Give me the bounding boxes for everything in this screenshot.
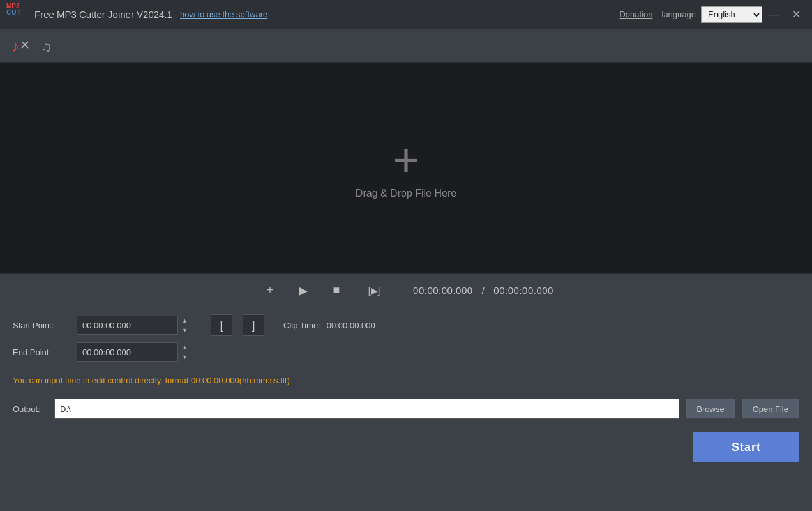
start-point-spin-up[interactable]: ▲ [178, 316, 192, 325]
end-point-row: End Point: ▲ ▼ [13, 342, 799, 362]
start-point-input[interactable] [77, 316, 192, 335]
language-label: language [662, 10, 696, 19]
donation-link[interactable]: Donation [619, 10, 652, 19]
close-button[interactable]: ✕ [786, 5, 806, 24]
app-logo: MP3 CUT [6, 3, 29, 26]
clip-time-label: Clip Time: [283, 321, 320, 330]
help-text: You can input time in edit control direc… [0, 373, 812, 392]
start-section: Start [0, 425, 812, 473]
stop-button[interactable]: ■ [325, 279, 348, 302]
stop-icon: ■ [333, 284, 340, 297]
browse-button[interactable]: Browse [686, 399, 735, 419]
total-time: 00:00:00.000 [493, 285, 553, 296]
playback-bar: + ▶ ■ [▶] 00:00:00.000 / 00:00:00.000 [0, 273, 812, 307]
clip-time-value: 00:00:00.000 [327, 321, 375, 330]
edit-section: Start Point: ▲ ▼ [ ] Clip Time: 00:00:00… [0, 307, 812, 373]
clip-play-icon: [▶] [368, 286, 380, 296]
svg-text:♪: ♪ [11, 38, 19, 55]
start-point-label: Start Point: [13, 321, 77, 330]
output-path-input[interactable] [54, 399, 679, 419]
add-icon: + [267, 284, 274, 297]
start-point-row: Start Point: ▲ ▼ [ ] Clip Time: 00:00:00… [13, 314, 799, 336]
time-display: 00:00:00.000 / 00:00:00.000 [413, 285, 553, 296]
current-time: 00:00:00.000 [413, 285, 473, 296]
drop-plus-icon: + [393, 137, 419, 183]
svg-text:♫: ♫ [41, 39, 52, 55]
set-start-bracket-button[interactable]: [ [211, 314, 232, 336]
bracket-controls: [ ] [211, 314, 264, 336]
joiner-music-icon: ♫ [40, 36, 59, 56]
end-point-spin-down[interactable]: ▼ [178, 352, 192, 362]
clip-play-button[interactable]: [▶] [358, 279, 390, 302]
start-point-spin-down[interactable]: ▼ [178, 325, 192, 335]
set-end-bracket-button[interactable]: ] [243, 314, 264, 336]
end-point-input-wrap: ▲ ▼ [77, 342, 192, 362]
app-title: Free MP3 Cutter Joiner V2024.1 [34, 9, 172, 20]
start-point-input-wrap: ▲ ▼ [77, 316, 192, 335]
toolbar: ♪ ♫ [0, 29, 812, 63]
minimize-button[interactable]: — [765, 5, 784, 24]
output-label: Output: [13, 404, 48, 414]
mp3-cutter-tab[interactable]: ♪ [6, 33, 33, 59]
time-separator: / [482, 285, 485, 296]
end-point-spinners: ▲ ▼ [177, 342, 192, 362]
mp3-joiner-tab[interactable]: ♫ [36, 33, 63, 59]
logo-cut: CUT [6, 10, 29, 16]
end-point-spin-up[interactable]: ▲ [178, 342, 192, 352]
end-point-label: End Point: [13, 347, 77, 357]
output-section: Output: Browse Open File [0, 392, 812, 425]
start-point-spinners: ▲ ▼ [177, 316, 192, 335]
clip-time-section: Clip Time: 00:00:00.000 [283, 321, 375, 330]
start-button[interactable]: Start [693, 432, 799, 462]
open-file-button[interactable]: Open File [742, 399, 799, 419]
how-to-link[interactable]: how to use the software [180, 10, 267, 19]
play-button[interactable]: ▶ [292, 279, 315, 302]
scissors-music-icon: ♪ [10, 36, 29, 56]
add-file-button[interactable]: + [259, 279, 282, 302]
drop-zone[interactable]: + Drag & Drop File Here [0, 63, 812, 273]
play-icon: ▶ [299, 284, 308, 298]
language-select[interactable]: English Chinese French [701, 6, 762, 23]
logo-mp3: MP3 [6, 3, 29, 10]
title-bar: MP3 CUT Free MP3 Cutter Joiner V2024.1 h… [0, 0, 812, 29]
end-point-input[interactable] [77, 342, 192, 362]
drop-text: Drag & Drop File Here [356, 188, 456, 199]
